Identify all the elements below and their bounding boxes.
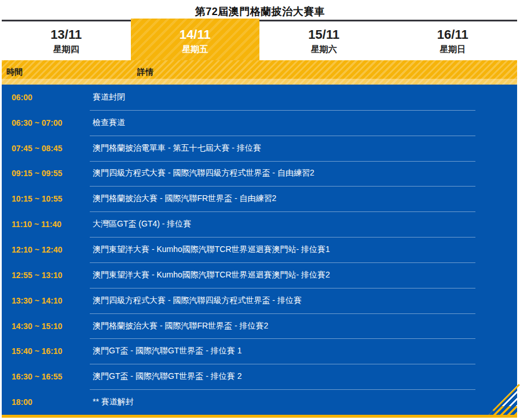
page-title: 第72屆澳門格蘭披治大賽車 [0, 3, 520, 20]
event-time: 06:00 [2, 93, 93, 102]
bottom-gold-bar [2, 415, 517, 418]
event-details: ** 賽道解封 [93, 397, 517, 407]
event-details: 澳門GT盃 - 國際汽聯GT世界盃 - 排位賽 2 [93, 371, 517, 382]
event-time: 14:30 ~ 15:10 [2, 322, 93, 331]
event-details: 澳門四級方程式大賽 - 國際汽聯四級方程式世界盃 - 排位賽 [93, 295, 517, 306]
event-details: 澳門GT盃 - 國際汽聯GT世界盃 - 排位賽 1 [93, 346, 517, 356]
event-details: 大灣區GT盃 (GT4) - 排位賽 [93, 219, 517, 229]
tab-date: 14/11 [180, 28, 211, 41]
event-time: 06:30 ~ 07:00 [2, 118, 93, 127]
schedule-row: 16:30 ~ 16:55 澳門GT盃 - 國際汽聯GT世界盃 - 排位賽 2 [2, 364, 517, 389]
schedule-row: 15:40 ~ 16:10 澳門GT盃 - 國際汽聯GT世界盃 - 排位賽 1 [2, 338, 517, 364]
date-tab-14-11[interactable]: 14/11 星期五 [131, 19, 260, 60]
event-time: 15:40 ~ 16:10 [2, 346, 93, 356]
schedule-row: 06:00 賽道封閉 [2, 85, 517, 110]
schedule-row: 13:30 ~ 14:10 澳門四級方程式大賽 - 國際汽聯四級方程式世界盃 -… [2, 288, 517, 313]
event-details: 澳門格蘭披治大賽 - 國際汽聯FR世界盃 - 排位賽2 [93, 321, 517, 331]
event-time: 16:30 ~ 16:55 [2, 372, 93, 381]
date-tab-16-11[interactable]: 16/11 星期日 [389, 21, 518, 60]
schedule-row: 11:10 ~ 11:40 大灣區GT盃 (GT4) - 排位賽 [2, 211, 517, 237]
tab-weekday: 星期四 [53, 45, 79, 53]
event-details: 澳門格蘭披治大賽 - 國際汽聯FR世界盃 - 自由練習2 [93, 193, 517, 204]
tab-weekday: 星期五 [182, 45, 208, 53]
date-tab-13-11[interactable]: 13/11 星期四 [2, 21, 131, 60]
schedule-row: 10:15 ~ 10:55 澳門格蘭披治大賽 - 國際汽聯FR世界盃 - 自由練… [2, 186, 517, 211]
tab-date: 15/11 [308, 28, 339, 41]
event-details: 賽道封閉 [93, 92, 517, 103]
event-details: 澳門東望洋大賽 - Kumho國際汽聯TCR世界巡迴賽澳門站- 排位賽2 [93, 270, 517, 280]
date-tabs: 13/11 星期四 14/11 星期五 15/11 星期六 16/11 星期日 [2, 21, 517, 60]
event-time: 12:55 ~ 13:10 [2, 271, 93, 280]
event-time: 12:10 ~ 12:40 [2, 245, 93, 254]
event-details: 澳門四級方程式大賽 - 國際汽聯四級方程式世界盃 - 自由練習2 [93, 168, 517, 178]
column-header-time: 時間 [6, 63, 23, 82]
schedule-row: 18:00 ** 賽道解封 [2, 389, 517, 415]
schedule-row: 14:30 ~ 15:10 澳門格蘭披治大賽 - 國際汽聯FR世界盃 - 排位賽… [2, 313, 517, 339]
tab-date: 13/11 [50, 28, 82, 41]
event-time: 18:00 [2, 397, 93, 407]
event-time: 10:15 ~ 10:55 [2, 194, 93, 203]
schedule-row: 12:55 ~ 13:10 澳門東望洋大賽 - Kumho國際汽聯TCR世界巡迴… [2, 262, 517, 288]
tab-date: 16/11 [437, 28, 468, 41]
event-details: 檢查賽道 [93, 118, 517, 128]
tab-weekday: 星期六 [311, 45, 337, 53]
event-time: 07:45 ~ 08:45 [2, 144, 93, 153]
event-details: 澳門東望洋大賽 - Kumho國際汽聯TCR世界巡迴賽澳門站- 排位賽1 [93, 244, 517, 255]
schedule-row: 09:15 ~ 09:55 澳門四級方程式大賽 - 國際汽聯四級方程式世界盃 -… [2, 161, 517, 187]
column-header-bar: 時間 詳情 [2, 60, 517, 85]
event-time: 09:15 ~ 09:55 [2, 169, 93, 178]
schedule-row: 12:10 ~ 12:40 澳門東望洋大賽 - Kumho國際汽聯TCR世界巡迴… [2, 237, 517, 262]
schedule-row: 06:30 ~ 07:00 檢查賽道 [2, 110, 517, 136]
tab-weekday: 星期日 [440, 45, 466, 53]
event-details: 澳門格蘭披治電單車 - 第五十七屆大賽 - 排位賽 [93, 143, 517, 154]
event-time: 13:30 ~ 14:10 [2, 296, 93, 305]
schedule-table: 06:00 賽道封閉 06:30 ~ 07:00 檢查賽道 07:45 ~ 08… [2, 85, 517, 415]
column-header-details: 詳情 [137, 63, 153, 82]
macau-gp-schedule-page: 第72屆澳門格蘭披治大賽車 13/11 星期四 14/11 星期五 15/11 … [0, 0, 520, 420]
date-tab-15-11[interactable]: 15/11 星期六 [259, 21, 389, 60]
event-time: 11:10 ~ 11:40 [2, 220, 93, 229]
schedule-row: 07:45 ~ 08:45 澳門格蘭披治電單車 - 第五十七屆大賽 - 排位賽 [2, 136, 517, 161]
